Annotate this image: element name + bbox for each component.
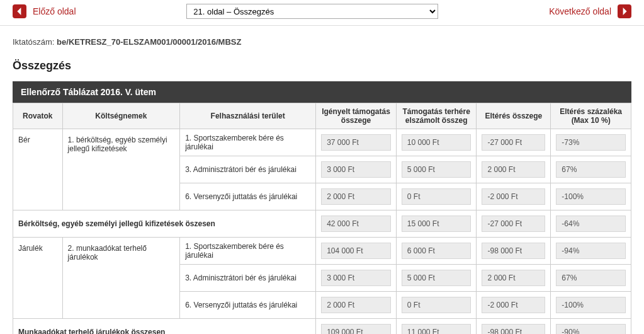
next-page-button[interactable]: Következő oldal [549,4,631,18]
col-header-rovatok: Rovatok [13,103,63,129]
col-header-terhere: Támogatás terhére elszámolt összeg [396,103,477,129]
felh-cell: 6. Versenyzői juttatás és járulékai [180,292,316,319]
elteres-szazalek-cell: -100% [551,292,631,319]
page-nav: Előző oldal 21. oldal – Összegzés Követk… [0,0,644,26]
value-cell: 0 Ft [402,297,472,313]
elteres-osszeg-cell: -98 000 Ft [477,238,551,265]
elteres-szazalek-cell: 67% [551,265,631,292]
table-title: Ellenőrző Táblázat 2016. V. ütem [13,81,631,103]
elteres-szazalek-cell: 67% [551,156,631,183]
terhere-cell: 0 Ft [396,292,477,319]
subtotal-terhere: 11 000 Ft [396,319,477,335]
elteres-szazalek-cell: -100% [551,183,631,210]
rovat-cell: Bér [13,129,63,210]
value-cell: 10 000 Ft [402,134,472,151]
value-cell: 0 Ft [402,188,472,205]
table-row: Járulék2. munkaadókat terhelő járulékok1… [13,238,631,265]
col-header-elteres-o: Eltérés összege [477,103,551,129]
chevron-left-icon [13,4,26,18]
value-cell: -100% [556,297,626,313]
value-cell: 15 000 Ft [402,216,472,232]
rovat-cell: Járulék [13,238,63,319]
igenyelt-cell: 2 000 Ft [316,292,397,319]
value-cell: -98 000 Ft [482,243,545,259]
felh-cell: 1. Sportszakemberek bére és járulékai [180,129,316,156]
value-cell: 6 000 Ft [402,243,472,259]
chevron-right-icon [618,4,631,18]
value-cell: 109 000 Ft [321,324,391,334]
value-cell: 42 000 Ft [321,216,391,232]
elteres-szazalek-cell: -94% [551,238,631,265]
subtotal-terhere: 15 000 Ft [396,210,477,238]
koltseg-cell: 2. munkaadókat terhelő járulékok [62,238,180,319]
subtotal-row: Bérköltség, egyéb személyi jellegű kifiz… [13,210,631,238]
value-cell: 2 000 Ft [482,270,545,286]
summary-table: Rovatok Költségnemek Felhasználási terül… [13,103,631,334]
elteres-osszeg-cell: -2 000 Ft [477,292,551,319]
prev-page-button[interactable]: Előző oldal [13,4,76,18]
page-select-wrapper: 21. oldal – Összegzés [186,4,438,19]
value-cell: -2 000 Ft [482,188,545,205]
elteres-osszeg-cell: -27 000 Ft [477,129,551,156]
section-title: Összegzés [0,53,644,81]
terhere-cell: 5 000 Ft [396,265,477,292]
value-cell: 3 000 Ft [321,161,391,178]
subtotal-elteres-p: -64% [551,210,631,238]
value-cell: -2 000 Ft [482,297,545,313]
elteres-osszeg-cell: 2 000 Ft [477,265,551,292]
terhere-cell: 5 000 Ft [396,156,477,183]
col-header-koltseg: Költségnemek [62,103,180,129]
koltseg-cell: 1. bérköltség, egyéb személyi jellegű ki… [62,129,180,210]
terhere-cell: 6 000 Ft [396,238,477,265]
value-cell: 2 000 Ft [321,297,391,313]
igenyelt-cell: 37 000 Ft [316,129,397,156]
table-row: Bér1. bérköltség, egyéb személyi jellegű… [13,129,631,156]
col-header-felh: Felhasználási terület [180,103,316,129]
terhere-cell: 0 Ft [396,183,477,210]
next-page-label: Következő oldal [549,6,611,16]
elteres-osszeg-cell: 2 000 Ft [477,156,551,183]
col-header-igenyelt: Igényelt támogatás összege [316,103,397,129]
subtotal-label: Bérköltség, egyéb személyi jellegű kifiz… [13,210,316,238]
value-cell: 5 000 Ft [402,161,472,178]
registration-number-value: be/KETRESZ_70-ELSZAM001/00001/2016/MBSZ [57,37,241,47]
terhere-cell: 10 000 Ft [396,129,477,156]
igenyelt-cell: 104 000 Ft [316,238,397,265]
elteres-osszeg-cell: -2 000 Ft [477,183,551,210]
value-cell: -100% [556,188,626,205]
value-cell: 2 000 Ft [482,161,545,178]
value-cell: -73% [556,134,626,151]
prev-page-label: Előző oldal [33,6,76,16]
subtotal-label: Munkaadókat terhelő járulékok összesen [13,319,316,335]
subtotal-elteres-o: -98 000 Ft [477,319,551,335]
subtotal-igenyelt: 42 000 Ft [316,210,397,238]
value-cell: 37 000 Ft [321,134,391,151]
igenyelt-cell: 2 000 Ft [316,183,397,210]
value-cell: 11 000 Ft [402,324,472,334]
registration-number-label: Iktatószám: [13,37,54,47]
subtotal-row: Munkaadókat terhelő járulékok összesen10… [13,319,631,335]
value-cell: 104 000 Ft [321,243,391,259]
value-cell: 5 000 Ft [402,270,472,286]
value-cell: 67% [556,161,626,178]
subtotal-igenyelt: 109 000 Ft [316,319,397,335]
value-cell: -90% [556,324,626,334]
value-cell: -98 000 Ft [482,324,545,334]
felh-cell: 1. Sportszakemberek bére és járulékai [180,238,316,265]
value-cell: -27 000 Ft [482,216,545,232]
igenyelt-cell: 3 000 Ft [316,156,397,183]
value-cell: -94% [556,243,626,259]
value-cell: -64% [556,216,626,232]
subtotal-elteres-p: -90% [551,319,631,335]
value-cell: -27 000 Ft [482,134,545,151]
registration-number: Iktatószám: be/KETRESZ_70-ELSZAM001/0000… [0,26,644,53]
igenyelt-cell: 3 000 Ft [316,265,397,292]
value-cell: 2 000 Ft [321,188,391,205]
elteres-szazalek-cell: -73% [551,129,631,156]
value-cell: 3 000 Ft [321,270,391,286]
col-header-elteres-p: Eltérés százaléka (Max 10 %) [551,103,631,129]
value-cell: 67% [556,270,626,286]
felh-cell: 3. Adminisztrátori bér és járulékai [180,156,316,183]
page-select[interactable]: 21. oldal – Összegzés [186,4,438,19]
felh-cell: 6. Versenyzői juttatás és járulékai [180,183,316,210]
